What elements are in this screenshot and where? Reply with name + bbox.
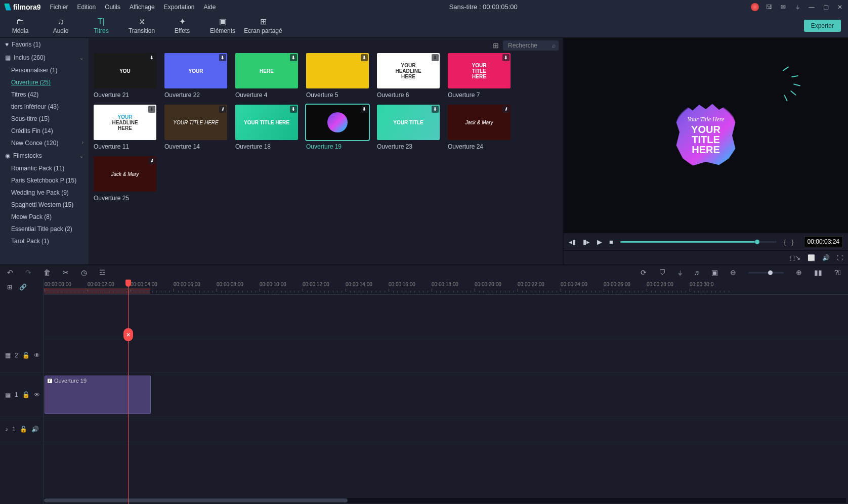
sidebar-fs-spaghetti[interactable]: Spaghetti Western (15) xyxy=(0,199,89,211)
thumbnail-item[interactable]: Jack & Mary⬇Ouverture 25 xyxy=(94,156,156,202)
download-icon[interactable]: ⬇ xyxy=(432,106,439,113)
lock-icon[interactable]: 🔓 xyxy=(20,426,27,433)
thumbnail-item[interactable]: YOUR TITLE HERE⬇Ouverture 14 xyxy=(164,105,227,150)
sidebar-item-soustitre[interactable]: Sous-titre (15) xyxy=(0,113,89,125)
lock-icon[interactable]: 🔓 xyxy=(22,391,30,398)
sidebar-item-titres[interactable]: Titres (42) xyxy=(0,88,89,101)
track-header-video1[interactable]: ▦ 1 🔓 👁 xyxy=(0,373,43,417)
sidebar-fs-tarot[interactable]: Tarot Pack (1) xyxy=(0,235,89,247)
eye-icon[interactable]: 👁 xyxy=(34,391,40,398)
manage-tracks-icon[interactable]: ⊞ xyxy=(7,284,12,291)
settings-button[interactable]: ☲ xyxy=(99,268,106,277)
tab-audio[interactable]: ♫Audio xyxy=(40,17,81,34)
thumbnail-item[interactable]: YOUR HEADLINE HERE⬇Ouverture 6 xyxy=(377,53,440,99)
menu-edit[interactable]: Edition xyxy=(77,4,96,11)
playhead-handle[interactable] xyxy=(125,280,131,287)
mic-icon[interactable]: ⏚ xyxy=(793,4,801,11)
search-input[interactable]: Recherche ⌕ xyxy=(503,40,559,51)
thumbnail-item[interactable]: ⬇Ouverture 5 xyxy=(306,53,369,99)
fullscreen-icon[interactable]: ⛶ xyxy=(837,254,843,261)
snapshot-to-timeline-icon[interactable]: ⬚↘ xyxy=(790,254,800,261)
track-header-audio1[interactable]: ♪ 1 🔓 🔊 xyxy=(0,417,43,441)
save-icon[interactable]: 🖫 xyxy=(765,4,773,11)
help-icon[interactable]: ?⃝ xyxy=(834,268,841,277)
thumbnail-item[interactable]: Jack & Mary⬇Ouverture 24 xyxy=(448,105,511,150)
menu-export[interactable]: Exportation xyxy=(164,4,195,11)
track-header-video2[interactable]: ▦ 2 🔓 👁 xyxy=(0,338,43,373)
download-icon[interactable]: ⬇ xyxy=(148,157,155,164)
mail-icon[interactable]: ✉ xyxy=(779,4,787,11)
sidebar-fs-romantic[interactable]: Romantic Pack (11) xyxy=(0,162,89,174)
menu-help[interactable]: Aide xyxy=(203,4,216,11)
preview-scrubber[interactable] xyxy=(620,241,777,243)
download-icon[interactable]: ⬇ xyxy=(432,54,439,61)
voiceover-mic-icon[interactable]: ⏚ xyxy=(678,268,682,277)
redo-button[interactable]: ↷ xyxy=(25,268,31,277)
sidebar-fs-essential[interactable]: Essential Title pack (2) xyxy=(0,223,89,235)
marker-shield-icon[interactable]: ⛉ xyxy=(659,268,666,277)
volume-icon[interactable]: 🔊 xyxy=(822,254,830,261)
speaker-icon[interactable]: 🔊 xyxy=(31,426,39,433)
menu-view[interactable]: Affichage xyxy=(130,4,155,11)
timeline-tracks[interactable]: 00:00:00:0000:00:02:0000:00:04:0000:00:0… xyxy=(44,280,848,504)
sidebar-fs-wedding[interactable]: Wedding lve Pack (9) xyxy=(0,187,89,199)
playhead-cut-icon[interactable]: ✕ xyxy=(123,328,133,341)
thumbnail-item[interactable]: YOUR⬇Ouverture 22 xyxy=(164,53,227,99)
tab-media[interactable]: 🗀Média xyxy=(0,17,40,34)
lock-icon[interactable]: 🔓 xyxy=(22,352,30,359)
sidebar-inclus[interactable]: ▦Inclus (260)⌄ xyxy=(0,51,89,64)
maximize-icon[interactable]: ▢ xyxy=(822,4,830,11)
download-icon[interactable]: ⬇ xyxy=(148,106,155,113)
sidebar-item-tiers[interactable]: tiers inférieur (43) xyxy=(0,101,89,113)
menu-tools[interactable]: Outils xyxy=(105,4,120,11)
play-button[interactable]: ▶ xyxy=(597,238,602,246)
download-icon[interactable]: ⬇ xyxy=(361,54,368,61)
render-button[interactable]: ⟳ xyxy=(641,268,647,277)
audio-mixer-icon[interactable]: ♬ xyxy=(694,268,700,277)
tab-transition[interactable]: ⤨Transition xyxy=(121,17,162,34)
eye-icon[interactable]: 👁 xyxy=(34,352,40,359)
track-video1[interactable]: TOuverture 19 xyxy=(44,373,848,417)
sidebar-filmstocks[interactable]: ◉Filmstocks⌄ xyxy=(0,149,89,162)
track-audio1[interactable] xyxy=(44,417,848,441)
download-icon[interactable]: ⬇ xyxy=(219,54,226,61)
sidebar-item-newconce[interactable]: New Conce (120)› xyxy=(0,137,89,149)
thumbnail-item[interactable]: HERE⬇Ouverture 4 xyxy=(235,53,298,99)
thumbnail-item[interactable]: YOUR TITLE HERE⬇Ouverture 7 xyxy=(448,53,511,99)
close-icon[interactable]: ✕ xyxy=(836,4,844,11)
tab-elements[interactable]: ▣Eléments xyxy=(202,17,243,34)
stop-button[interactable]: ■ xyxy=(609,238,613,246)
thumbnail-item[interactable]: YOU⬇Ouverture 21 xyxy=(94,53,156,99)
track-video2[interactable] xyxy=(44,338,848,373)
sidebar-fs-meow[interactable]: Meow Pack (8) xyxy=(0,211,89,223)
menu-file[interactable]: Fichier xyxy=(50,4,68,11)
minimize-icon[interactable]: — xyxy=(808,4,816,11)
prev-frame-button[interactable]: ◂▮ xyxy=(569,238,576,246)
speed-button[interactable]: ◷ xyxy=(81,268,87,277)
next-frame-button[interactable]: ▮▸ xyxy=(583,238,590,246)
thumbnail-item[interactable]: YOUR TITLE HERE⬇Ouverture 18 xyxy=(235,105,298,150)
mark-in-out-icon[interactable]: { } xyxy=(784,238,794,246)
tab-effects[interactable]: ✦Effets xyxy=(162,17,202,34)
record-icon[interactable] xyxy=(751,3,759,11)
sidebar-item-personnaliser[interactable]: Personnaliser (1) xyxy=(0,64,89,76)
download-icon[interactable]: ⬇ xyxy=(290,54,297,61)
sidebar-fs-paris[interactable]: Paris Sketchbook P (15) xyxy=(0,174,89,187)
crop-icon[interactable]: ▣ xyxy=(711,268,718,277)
download-icon[interactable]: ⬇ xyxy=(502,106,510,113)
zoom-in-button[interactable]: ⊕ xyxy=(796,268,802,277)
zoom-out-button[interactable]: ⊖ xyxy=(730,268,736,277)
tab-split[interactable]: ⊞Ecran partagé xyxy=(243,17,283,34)
grid-view-icon[interactable]: ⊞ xyxy=(493,41,499,50)
undo-button[interactable]: ↶ xyxy=(7,268,13,277)
thumbnail-item[interactable]: YOUR TITLE⬇Ouverture 23 xyxy=(377,105,440,150)
zoom-fit-icon[interactable]: ▮▮ xyxy=(814,268,822,277)
export-button[interactable]: Exporter xyxy=(804,20,841,32)
cut-button[interactable]: ✂ xyxy=(63,268,69,277)
link-icon[interactable]: 🔗 xyxy=(19,284,27,291)
download-icon[interactable]: ⬇ xyxy=(148,54,155,61)
download-icon[interactable]: ⬇ xyxy=(219,106,226,113)
sidebar-favoris[interactable]: ♥Favoris (1) xyxy=(0,38,89,51)
camera-icon[interactable]: ⬜̱ xyxy=(808,254,815,261)
zoom-slider[interactable] xyxy=(748,272,784,273)
